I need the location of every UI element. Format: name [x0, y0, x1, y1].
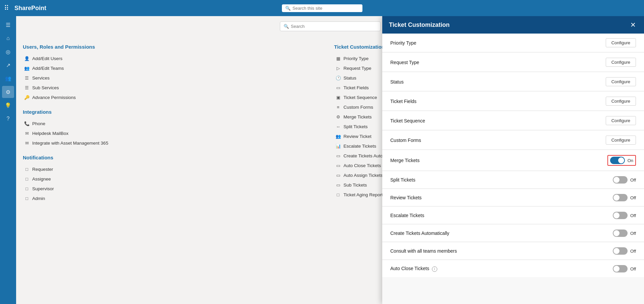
requester-icon: □ — [24, 167, 30, 172]
section-title-users-roles: Users, Roles and Permissions — [23, 44, 326, 50]
ticket-sequence-label: Ticket Sequence — [390, 118, 425, 123]
section-item-advance-permissions[interactable]: 🔑 Advance Permissions — [23, 93, 326, 102]
sidebar-icon-home[interactable]: ⌂ — [2, 32, 14, 44]
consult-teams-toggle[interactable] — [613, 247, 628, 255]
ticket-customization-panel: Ticket Customization ✕ Priority Type Con… — [382, 16, 644, 304]
request-type-menu-icon: ▷ — [336, 66, 341, 71]
advance-permissions-icon: 🔑 — [24, 95, 30, 100]
consult-teams-toggle-wrap: Off — [613, 247, 636, 255]
panel-row-ticket-sequence: Ticket Sequence Configure — [382, 111, 644, 130]
section-item-assignee[interactable]: □ Assignee — [23, 174, 326, 184]
ticket-fields-menu-icon: ▭ — [336, 85, 341, 90]
sidebar-icon-settings[interactable]: ⚙ — [2, 86, 14, 98]
top-search-icon: 🔍 — [285, 6, 291, 11]
review-tickets-toggle-label: Off — [630, 195, 636, 200]
priority-type-configure-btn[interactable]: Configure — [606, 38, 636, 47]
mailbox-icon: ✉ — [24, 131, 30, 136]
merge-tickets-toggle-wrap: On — [607, 155, 636, 166]
sidebar-icon-help[interactable]: ? — [2, 113, 14, 125]
left-sidebar: ☰ ⌂ ◎ ↗ 👥 ⚙ 💡 ? — [0, 16, 16, 304]
section-users-roles: Users, Roles and Permissions 👤 Add/Edit … — [23, 44, 326, 203]
create-tickets-auto-toggle-label: Off — [630, 231, 636, 236]
auto-close-tickets-toggle-label: Off — [630, 266, 636, 271]
custom-forms-configure-btn[interactable]: Configure — [606, 136, 636, 145]
assignee-icon: □ — [24, 176, 30, 182]
status-menu-icon: 🕐 — [336, 75, 341, 81]
sidebar-icon-bulb[interactable]: 💡 — [2, 99, 14, 111]
section-item-phone[interactable]: 📞 Phone — [23, 119, 326, 129]
panel-row-custom-forms: Custom Forms Configure — [382, 131, 644, 150]
sidebar-icon-hamburger[interactable]: ☰ — [2, 19, 14, 31]
create-auto-menu-icon: ▭ — [336, 153, 341, 158]
merge-tickets-toggle[interactable] — [610, 157, 625, 164]
auto-close-menu-icon: ▭ — [336, 163, 341, 168]
section-item-services[interactable]: ☰ Services — [23, 73, 326, 83]
escalate-tickets-toggle-wrap: Off — [613, 212, 636, 219]
priority-type-menu-icon: ▦ — [336, 56, 341, 61]
content-search-box: 🔍 — [280, 21, 381, 31]
review-tickets-toggle-wrap: Off — [613, 194, 636, 201]
panel-close-button[interactable]: ✕ — [629, 21, 637, 29]
auto-close-info-icon[interactable]: i — [432, 266, 437, 272]
panel-row-priority-type: Priority Type Configure — [382, 34, 644, 52]
auto-close-tickets-toggle[interactable] — [613, 265, 628, 272]
panel-header: Ticket Customization ✕ — [382, 16, 644, 34]
panel-body: Priority Type Configure Request Type Con… — [382, 34, 644, 304]
create-tickets-auto-toggle[interactable] — [613, 230, 628, 237]
section-item-helpdesk-mailbox[interactable]: ✉ Helpdesk MailBox — [23, 129, 326, 138]
panel-row-split-tickets: Split Tickets Off — [382, 171, 644, 189]
panel-row-consult-teams: Consult with all teams members Off — [382, 243, 644, 260]
content-search-input[interactable] — [291, 24, 377, 29]
split-tickets-menu-icon: ↔ — [336, 124, 341, 129]
request-type-configure-btn[interactable]: Configure — [606, 58, 636, 67]
panel-row-request-type: Request Type Configure — [382, 53, 644, 72]
escalate-tickets-toggle[interactable] — [613, 212, 628, 219]
services-icon: ☰ — [24, 75, 30, 81]
create-tickets-auto-label: Create Tickets Automatically — [390, 231, 449, 236]
panel-row-review-tickets: Review Tickets Off — [382, 189, 644, 206]
auto-assign-menu-icon: ▭ — [336, 173, 341, 178]
ticket-sequence-configure-btn[interactable]: Configure — [606, 116, 636, 125]
review-tickets-label: Review Tickets — [390, 195, 422, 200]
merge-tickets-toggle-label: On — [628, 158, 633, 163]
auto-close-tickets-toggle-wrap: Off — [613, 265, 636, 272]
sidebar-icon-globe[interactable]: ◎ — [2, 46, 14, 58]
section-item-add-edit-teams[interactable]: 👥 Add/Edit Teams — [23, 63, 326, 73]
panel-title: Ticket Customization — [389, 21, 450, 29]
auto-close-tickets-label: Auto Close Tickets i — [390, 266, 437, 272]
phone-icon: 📞 — [24, 121, 30, 126]
status-configure-btn[interactable]: Configure — [606, 77, 636, 86]
split-tickets-toggle-label: Off — [630, 178, 636, 183]
split-tickets-toggle[interactable] — [613, 176, 628, 184]
asset-mgmt-icon: ✉ — [24, 141, 30, 146]
panel-row-escalate-tickets: Escalate Tickets Off — [382, 207, 644, 224]
section-title-integrations: Integrations — [23, 109, 326, 115]
section-item-sub-services[interactable]: ☰ Sub Services — [23, 83, 326, 93]
section-item-admin[interactable]: □ Admin — [23, 194, 326, 203]
custom-forms-menu-icon: ≡ — [336, 105, 341, 110]
sidebar-icon-people[interactable]: 👥 — [2, 72, 14, 85]
aging-reports-menu-icon: □ — [336, 192, 341, 197]
ticket-fields-configure-btn[interactable]: Configure — [606, 97, 636, 106]
content-search-icon: 🔍 — [284, 24, 289, 29]
panel-row-create-tickets-auto: Create Tickets Automatically Off — [382, 225, 644, 242]
sub-services-icon: ☰ — [24, 85, 30, 90]
section-item-supervisor[interactable]: □ Supervisor — [23, 184, 326, 194]
section-item-requester[interactable]: □ Requester — [23, 164, 326, 174]
brand-name: SharePoint — [14, 5, 46, 12]
top-search-input[interactable] — [293, 6, 359, 11]
waffle-icon[interactable]: ⠿ — [4, 4, 9, 12]
section-item-add-edit-users[interactable]: 👤 Add/Edit Users — [23, 54, 326, 63]
request-type-label: Request Type — [390, 60, 419, 65]
sidebar-icon-chart[interactable]: ↗ — [2, 59, 14, 71]
consult-teams-toggle-label: Off — [630, 249, 636, 254]
escalate-tickets-label: Escalate Tickets — [390, 213, 424, 218]
section-title-notifications: Notifications — [23, 155, 326, 160]
escalate-tickets-menu-icon: 📊 — [336, 144, 341, 149]
add-edit-users-icon: 👤 — [24, 56, 30, 61]
supervisor-icon: □ — [24, 186, 30, 191]
review-ticket-menu-icon: 👥 — [336, 134, 341, 139]
section-item-asset-management[interactable]: ✉ Integrate with Asset Management 365 — [23, 138, 326, 148]
panel-row-auto-close-tickets: Auto Close Tickets i Off — [382, 260, 644, 277]
review-tickets-toggle[interactable] — [613, 194, 628, 201]
